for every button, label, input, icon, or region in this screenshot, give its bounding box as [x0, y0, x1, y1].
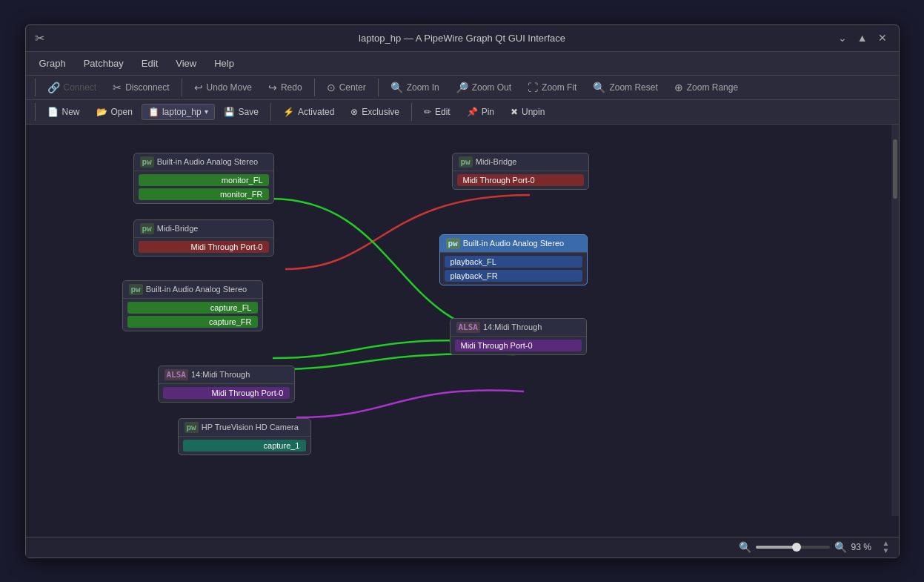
- port-capture-fl[interactable]: capture_FL: [127, 302, 258, 314]
- undo-move-button[interactable]: ↩ Undo Move: [187, 79, 259, 96]
- port-midi-bridge-right-in[interactable]: Midi Through Port-0: [457, 174, 584, 186]
- node-builtin-audio-playback[interactable]: pw Built-in Audio Analog Stereo playback…: [439, 234, 588, 285]
- node-body-8: Midi Through Port-0: [451, 337, 586, 354]
- node-header-2: pw Midi-Bridge: [134, 220, 273, 238]
- menu-patchbay[interactable]: Patchbay: [76, 55, 131, 72]
- maximize-button[interactable]: ▲: [854, 30, 871, 45]
- sep3: [314, 79, 315, 96]
- sep5: [35, 103, 36, 121]
- zoom-out-icon: 🔎: [456, 82, 468, 93]
- port-midi-through-right-in[interactable]: Midi Through Port-0: [455, 340, 582, 351]
- port-midi-through-port0-left[interactable]: Midi Through Port-0: [139, 241, 269, 253]
- node-body-5: capture_1: [179, 437, 310, 454]
- connect-button[interactable]: 🔗 Connect: [40, 79, 104, 96]
- scrollbar-right[interactable]: [891, 125, 899, 516]
- port-midi-through-left[interactable]: Midi Through Port-0: [163, 387, 290, 399]
- zoom-range-button[interactable]: ⊕ Zoom Range: [667, 79, 745, 96]
- node-header-1: pw Built-in Audio Analog Stereo: [134, 153, 273, 171]
- pin-icon: 📌: [467, 107, 478, 117]
- alsa-icon-2: ALSA: [456, 322, 481, 333]
- save-button[interactable]: 💾 Save: [216, 104, 266, 120]
- node-header-5: pw HP TrueVision HD Camera: [179, 419, 310, 437]
- zoom-out-button[interactable]: 🔎 Zoom Out: [448, 79, 519, 96]
- port-capture-fr[interactable]: capture_FR: [127, 316, 258, 328]
- sep2: [182, 79, 182, 96]
- node-midi-through-right[interactable]: ALSA 14:Midi Through Midi Through Port-0: [450, 318, 587, 355]
- node-title-4: 14:Midi Through: [191, 370, 250, 379]
- pw-icon-6: pw: [459, 156, 473, 168]
- zoom-fit-button[interactable]: ⛶ Zoom Fit: [520, 79, 584, 96]
- edit-icon: ✏: [424, 107, 431, 117]
- pw-icon-5: pw: [185, 422, 199, 433]
- redo-button[interactable]: ↪ Redo: [261, 79, 310, 96]
- window-controls: ⌄ ▲ ✕: [835, 30, 890, 45]
- file-icon: 📋: [148, 107, 159, 117]
- redo-icon: ↪: [268, 82, 277, 93]
- exclusive-button[interactable]: ⊗ Exclusive: [343, 104, 407, 120]
- alsa-icon-1: ALSA: [164, 369, 189, 380]
- node-builtin-audio-1[interactable]: pw Built-in Audio Analog Stereo monitor_…: [133, 153, 274, 204]
- node-midi-bridge-right[interactable]: pw Midi-Bridge Midi Through Port-0: [452, 153, 589, 190]
- port-playback-fl[interactable]: playback_FL: [445, 256, 582, 268]
- pw-icon-1: pw: [140, 156, 154, 168]
- menu-view[interactable]: View: [168, 55, 204, 72]
- pin-button[interactable]: 📌 Pin: [459, 104, 502, 120]
- edit-button[interactable]: ✏ Edit: [416, 104, 458, 120]
- node-body-6: Midi Through Port-0: [453, 171, 588, 189]
- node-title-6: Midi-Bridge: [476, 157, 517, 166]
- activated-icon: ⚡: [283, 107, 294, 117]
- zoom-in-button[interactable]: 🔍 Zoom In: [383, 79, 447, 96]
- zoom-range-icon: ⊕: [674, 82, 683, 93]
- disconnect-button[interactable]: ✂ Disconnect: [105, 79, 176, 96]
- zoom-arrows[interactable]: ▲ ▼: [883, 540, 890, 555]
- node-body-3: capture_FL capture_FR: [123, 299, 262, 331]
- zoom-out-status-icon[interactable]: 🔍: [739, 541, 751, 553]
- center-icon: ⊙: [327, 82, 336, 93]
- node-hp-camera[interactable]: pw HP TrueVision HD Camera capture_1: [178, 418, 311, 455]
- new-button[interactable]: 📄 New: [40, 104, 87, 120]
- zoom-reset-button[interactable]: 🔍 Zoom Reset: [585, 79, 665, 96]
- new-icon: 📄: [47, 107, 59, 117]
- node-header-8: ALSA 14:Midi Through: [451, 319, 586, 337]
- node-title-3: Built-in Audio Analog Stereo: [146, 285, 247, 294]
- node-title-5: HP TrueVision HD Camera: [202, 423, 299, 431]
- file-selector[interactable]: 📋 laptop_hp ▾: [142, 104, 215, 120]
- exclusive-icon: ⊗: [350, 107, 358, 117]
- minimize-button[interactable]: ⌄: [835, 30, 850, 45]
- open-button[interactable]: 📂 Open: [89, 104, 140, 120]
- zoom-control: 🔍 🔍 93 % ▲ ▼: [739, 540, 890, 555]
- node-title-2: Midi-Bridge: [157, 224, 199, 233]
- node-title-8: 14:Midi Through: [483, 323, 542, 331]
- zoom-reset-icon: 🔍: [593, 82, 605, 93]
- toolbar-2: 📄 New 📂 Open 📋 laptop_hp ▾ 💾 Save ⚡ Acti…: [26, 100, 899, 125]
- node-title-1: Built-in Audio Analog Stereo: [157, 157, 258, 166]
- zoom-slider[interactable]: [756, 546, 830, 549]
- node-body-2: Midi Through Port-0: [134, 238, 273, 256]
- disconnect-icon: ✂: [113, 82, 122, 93]
- menu-help[interactable]: Help: [207, 55, 242, 72]
- scrollbar-thumb[interactable]: [893, 139, 897, 199]
- zoom-slider-thumb[interactable]: [792, 543, 801, 552]
- menu-edit[interactable]: Edit: [134, 55, 165, 72]
- node-header-3: pw Built-in Audio Analog Stereo: [123, 281, 262, 299]
- port-playback-fr[interactable]: playback_FR: [445, 270, 582, 282]
- port-monitor-fr[interactable]: monitor_FR: [139, 188, 269, 200]
- activated-button[interactable]: ⚡ Activated: [276, 104, 342, 120]
- close-button[interactable]: ✕: [875, 30, 890, 45]
- node-midi-through-left[interactable]: ALSA 14:Midi Through Midi Through Port-0: [158, 366, 295, 403]
- node-builtin-audio-capture[interactable]: pw Built-in Audio Analog Stereo capture_…: [122, 280, 263, 331]
- node-midi-bridge-left[interactable]: pw Midi-Bridge Midi Through Port-0: [133, 219, 274, 257]
- zoom-in-status-icon[interactable]: 🔍: [834, 541, 847, 553]
- node-header-4: ALSA 14:Midi Through: [159, 366, 294, 384]
- port-capture-1[interactable]: capture_1: [183, 440, 306, 452]
- menu-graph[interactable]: Graph: [32, 55, 73, 72]
- sep1: [35, 79, 36, 96]
- undo-icon: ↩: [194, 82, 203, 93]
- zoom-down-arrow[interactable]: ▼: [883, 547, 890, 555]
- center-button[interactable]: ⊙ Center: [319, 79, 373, 96]
- app-window: ✂ laptop_hp — A PipeWire Graph Qt GUI In…: [25, 24, 900, 558]
- unpin-button[interactable]: ✖ Unpin: [503, 104, 552, 120]
- canvas-area[interactable]: pw Built-in Audio Analog Stereo monitor_…: [26, 125, 899, 537]
- toolbar-1: 🔗 Connect ✂ Disconnect ↩ Undo Move ↪ Red…: [26, 76, 899, 100]
- port-monitor-fl[interactable]: monitor_FL: [139, 174, 269, 186]
